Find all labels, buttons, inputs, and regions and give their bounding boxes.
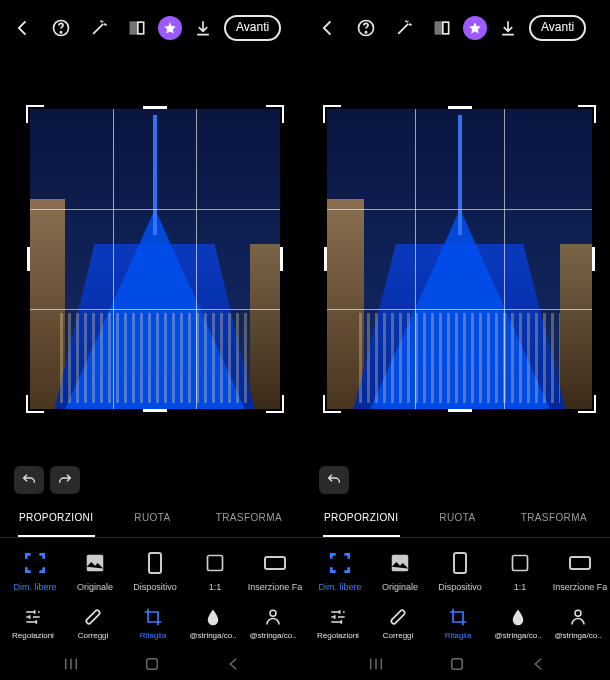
tool-label: Ritaglia	[445, 631, 472, 640]
canvas-area[interactable]	[305, 56, 610, 462]
compare-icon[interactable]	[425, 11, 459, 45]
ratio-row: Dim. libere Originale Dispositivo 1:1 In…	[305, 538, 610, 600]
tab-proportions[interactable]: PROPORZIONI	[8, 498, 104, 537]
ratio-label: 1:1	[514, 582, 527, 592]
tool-adjustments[interactable]: Regolazioni	[309, 606, 367, 640]
download-icon[interactable]	[491, 11, 525, 45]
ratio-row: Dim. libere Originale Dispositivo 1:1 In…	[0, 538, 305, 600]
ratio-device[interactable]: Dispositivo	[431, 550, 489, 592]
ratio-fb-ad[interactable]: Inserzione Fa	[246, 550, 304, 592]
redo-button[interactable]	[50, 466, 80, 494]
nav-home-icon[interactable]	[143, 655, 161, 673]
crop-handle-right[interactable]	[592, 247, 595, 271]
tool-label: @stringa/co..	[554, 631, 601, 640]
original-ratio-icon	[82, 550, 108, 576]
ratio-free[interactable]: Dim. libere	[6, 550, 64, 592]
crop-handle-tl[interactable]	[26, 105, 44, 123]
tool-string1[interactable]: @stringa/co..	[489, 606, 547, 640]
ratio-fb-ad[interactable]: Inserzione Fa	[551, 550, 609, 592]
crop-handle-bl[interactable]	[323, 395, 341, 413]
sliders-icon	[22, 606, 44, 628]
next-button[interactable]: Avanti	[224, 15, 281, 40]
next-button[interactable]: Avanti	[529, 15, 586, 40]
crop-frame[interactable]	[327, 109, 592, 409]
person-icon	[567, 606, 589, 628]
help-icon[interactable]	[44, 11, 78, 45]
ratio-label: Inserzione Fa	[553, 582, 608, 592]
top-toolbar: Avanti	[305, 0, 610, 56]
tool-correct[interactable]: Correggi	[64, 606, 122, 640]
tab-rotate[interactable]: RUOTA	[409, 498, 505, 537]
bandaid-icon	[82, 606, 104, 628]
ratio-free[interactable]: Dim. libere	[311, 550, 369, 592]
undo-button[interactable]	[14, 466, 44, 494]
ratio-1-1[interactable]: 1:1	[186, 550, 244, 592]
tool-crop[interactable]: Ritaglia	[124, 606, 182, 640]
undo-button[interactable]	[319, 466, 349, 494]
nav-back-icon[interactable]	[225, 655, 243, 673]
crop-handle-left[interactable]	[324, 247, 327, 271]
svg-point-9	[270, 610, 276, 616]
tool-label: Correggi	[383, 631, 414, 640]
tool-crop[interactable]: Ritaglia	[429, 606, 487, 640]
download-icon[interactable]	[186, 11, 220, 45]
star-icon[interactable]	[463, 16, 487, 40]
crop-handle-right[interactable]	[280, 247, 283, 271]
ratio-1-1[interactable]: 1:1	[491, 550, 549, 592]
crop-handle-br[interactable]	[578, 395, 596, 413]
canvas-area[interactable]	[0, 56, 305, 462]
crop-handle-tr[interactable]	[266, 105, 284, 123]
crop-handle-tr[interactable]	[578, 105, 596, 123]
back-icon[interactable]	[311, 11, 345, 45]
bandaid-icon	[387, 606, 409, 628]
tab-proportions[interactable]: PROPORZIONI	[313, 498, 409, 537]
tool-adjustments[interactable]: Regolazioni	[4, 606, 62, 640]
ratio-label: Dim. libere	[13, 582, 56, 592]
fbad-ratio-icon	[567, 550, 593, 576]
crop-handle-top[interactable]	[448, 106, 472, 109]
compare-icon[interactable]	[120, 11, 154, 45]
fbad-ratio-icon	[262, 550, 288, 576]
wand-icon[interactable]	[387, 11, 421, 45]
person-icon	[262, 606, 284, 628]
svg-rect-3	[138, 22, 144, 34]
tool-string1[interactable]: @stringa/co..	[184, 606, 242, 640]
nav-recents-icon[interactable]	[62, 655, 80, 673]
tool-string2[interactable]: @stringa/co..	[244, 606, 302, 640]
crop-handle-bl[interactable]	[26, 395, 44, 413]
crop-tabs: PROPORZIONI RUOTA TRASFORMA	[0, 498, 305, 538]
crop-handle-bottom[interactable]	[448, 409, 472, 412]
wand-icon[interactable]	[82, 11, 116, 45]
ratio-original[interactable]: Originale	[371, 550, 429, 592]
crop-frame[interactable]	[30, 109, 280, 409]
photo-preview	[30, 109, 280, 409]
ratio-device[interactable]: Dispositivo	[126, 550, 184, 592]
back-icon[interactable]	[6, 11, 40, 45]
star-icon[interactable]	[158, 16, 182, 40]
crop-handle-bottom[interactable]	[143, 409, 167, 412]
sliders-icon	[327, 606, 349, 628]
tab-rotate[interactable]: RUOTA	[104, 498, 200, 537]
ratio-original[interactable]: Originale	[66, 550, 124, 592]
crop-handle-tl[interactable]	[323, 105, 341, 123]
nav-back-icon[interactable]	[530, 655, 548, 673]
system-navbar	[305, 648, 610, 680]
system-navbar	[0, 648, 305, 680]
editor-pane-right: Avanti	[305, 0, 610, 680]
tool-correct[interactable]: Correggi	[369, 606, 427, 640]
help-icon[interactable]	[349, 11, 383, 45]
tab-transform[interactable]: TRASFORMA	[201, 498, 297, 537]
nav-recents-icon[interactable]	[367, 655, 385, 673]
crop-handle-top[interactable]	[143, 106, 167, 109]
crop-icon	[447, 606, 469, 628]
svg-point-20	[575, 610, 581, 616]
svg-rect-2	[130, 22, 136, 34]
tab-transform[interactable]: TRASFORMA	[506, 498, 602, 537]
crop-handle-left[interactable]	[27, 247, 30, 271]
tool-string2[interactable]: @stringa/co..	[549, 606, 607, 640]
nav-home-icon[interactable]	[448, 655, 466, 673]
tool-label: @stringa/co..	[249, 631, 296, 640]
undo-redo-row	[305, 462, 610, 498]
tool-label: @stringa/co..	[189, 631, 236, 640]
crop-handle-br[interactable]	[266, 395, 284, 413]
